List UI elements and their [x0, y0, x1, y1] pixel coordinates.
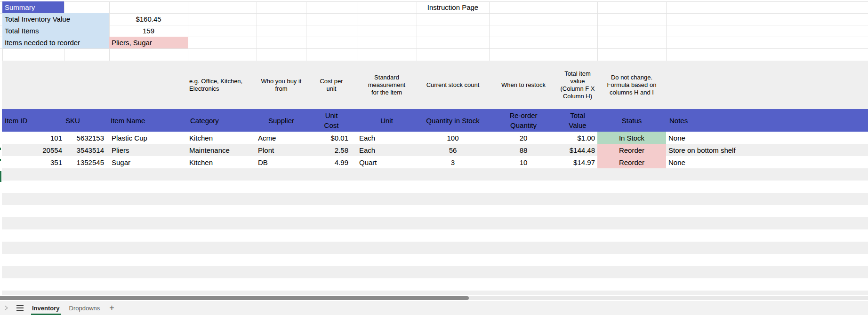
instruction-page-cell[interactable]: Instruction Page — [417, 1, 489, 13]
sheet-tab-bar: Inventory Dropdowns + — [0, 301, 868, 315]
empty-banded-rows — [2, 168, 868, 295]
cell-reorder-qty[interactable]: 10 — [489, 156, 558, 168]
header-cell-sku[interactable]: SKU — [64, 109, 109, 132]
cell-unit[interactable]: Each — [357, 144, 417, 156]
selection-edge-tick — [0, 148, 1, 150]
add-sheet-button[interactable]: + — [108, 301, 115, 315]
desc-cell-status[interactable]: Do not change. Formula based on columns … — [597, 61, 666, 109]
cell-sku[interactable]: 5632153 — [64, 132, 109, 144]
cell-reorder-qty[interactable]: 20 — [489, 132, 558, 144]
cell-item-name[interactable]: Plastic Cup — [109, 132, 188, 144]
status-badge[interactable]: In Stock — [597, 132, 666, 144]
summary-value-total-items[interactable]: 159 — [109, 25, 188, 37]
cell-qty[interactable]: 3 — [417, 156, 489, 168]
cell-supplier[interactable]: Acme — [257, 132, 306, 144]
spreadsheet-canvas: Summary Instruction Page Total Inventory… — [0, 0, 868, 315]
cell-unit-cost[interactable]: 4.99 — [306, 156, 357, 168]
cell-total-value[interactable]: $144.48 — [558, 144, 597, 156]
gridline — [0, 48, 868, 49]
cell-supplier[interactable]: DB — [257, 156, 306, 168]
desc-cell-total-value[interactable]: Total item value (Column F X Column H) — [558, 61, 597, 109]
cell-item-name[interactable]: Pliers — [109, 144, 188, 156]
header-cell-item-id[interactable]: Item ID — [2, 109, 64, 132]
gridline — [597, 1, 598, 61]
header-cell-item-name[interactable]: Item Name — [109, 109, 188, 132]
summary-value-total-inventory-value[interactable]: $160.45 — [109, 13, 188, 25]
gridline — [306, 1, 306, 61]
header-cell-status[interactable]: Status — [597, 109, 666, 132]
cell-item-id[interactable]: 101 — [2, 132, 64, 144]
cell-category[interactable]: Maintenance — [188, 144, 257, 156]
cell-notes[interactable]: Store on bottom shelf — [666, 144, 866, 156]
gridline — [188, 1, 188, 61]
desc-cell-supplier[interactable]: Who you buy it from — [257, 61, 306, 109]
desc-cell-reorder[interactable]: When to restock — [489, 61, 558, 109]
header-cell-total-value[interactable]: Total Value — [558, 109, 597, 132]
sheet-tab-inventory[interactable]: Inventory — [31, 301, 61, 315]
cell-qty[interactable]: 100 — [417, 132, 489, 144]
cell-unit[interactable]: Quart — [357, 156, 417, 168]
cell-category[interactable]: Kitchen — [188, 156, 257, 168]
summary-label-items-to-reorder[interactable]: Items needed to reorder — [2, 37, 109, 48]
header-cell-unit[interactable]: Unit — [357, 109, 417, 132]
active-cell-indicator — [0, 171, 1, 182]
gridline — [666, 1, 667, 61]
hamburger-menu-icon[interactable] — [16, 301, 24, 315]
h-scrollbar-track[interactable] — [0, 296, 868, 300]
summary-title-cell[interactable]: Summary — [2, 1, 64, 13]
sheet-tab-dropdowns[interactable]: Dropdowns — [68, 301, 101, 315]
cell-unit[interactable]: Each — [357, 132, 417, 144]
header-cell-unit-cost[interactable]: Unit Cost — [306, 109, 357, 132]
cell-total-value[interactable]: $14.97 — [558, 156, 597, 168]
desc-cell-category[interactable]: e.g. Office, Kitchen, Electronics — [188, 61, 257, 109]
cell-item-id[interactable]: 20554 — [2, 144, 64, 156]
status-badge[interactable]: Reorder — [597, 156, 666, 168]
gridline — [357, 1, 357, 61]
summary-value-items-to-reorder[interactable]: Pliers, Sugar — [109, 37, 188, 48]
header-cell-notes[interactable]: Notes — [666, 109, 866, 132]
cell-qty[interactable]: 56 — [417, 144, 489, 156]
header-cell-reorder-quantity[interactable]: Re-order Quantity — [489, 109, 558, 132]
summary-label-total-inventory-value[interactable]: Total Inventory Value — [2, 13, 109, 25]
cell-total-value[interactable]: $1.00 — [558, 132, 597, 144]
summary-label-total-items[interactable]: Total Items — [2, 25, 109, 37]
status-badge[interactable]: Reorder — [597, 144, 666, 156]
cell-item-name[interactable]: Sugar — [109, 156, 188, 168]
cell-notes[interactable]: None — [666, 156, 866, 168]
header-cell-quantity-in-stock[interactable]: Quantity in Stock — [417, 109, 489, 132]
gridline — [489, 1, 490, 61]
cell-unit-cost[interactable]: 2.58 — [306, 144, 357, 156]
desc-cell-unit-cost[interactable]: Cost per unit — [306, 61, 357, 109]
cell-item-id[interactable]: 351 — [2, 156, 64, 168]
header-cell-category[interactable]: Category — [188, 109, 257, 132]
cell-unit-cost[interactable]: $0.01 — [306, 132, 357, 144]
selection-edge-tick — [0, 159, 1, 161]
cell-reorder-qty[interactable]: 88 — [489, 144, 558, 156]
cell-notes[interactable]: None — [666, 132, 866, 144]
h-scrollbar-thumb[interactable] — [0, 296, 469, 300]
cell-supplier[interactable]: Plont — [257, 144, 306, 156]
gridline — [558, 1, 558, 61]
cell-sku[interactable]: 3543514 — [64, 144, 109, 156]
cell-category[interactable]: Kitchen — [188, 132, 257, 144]
desc-cell-quantity[interactable]: Current stock count — [417, 61, 489, 109]
tab-scroll-chevron-icon[interactable] — [4, 301, 9, 315]
cell-sku[interactable]: 1352545 — [64, 156, 109, 168]
header-cell-supplier[interactable]: Supplier — [257, 109, 306, 132]
desc-cell-unit[interactable]: Standard measurement for the item — [357, 61, 417, 109]
gridline — [257, 1, 257, 61]
